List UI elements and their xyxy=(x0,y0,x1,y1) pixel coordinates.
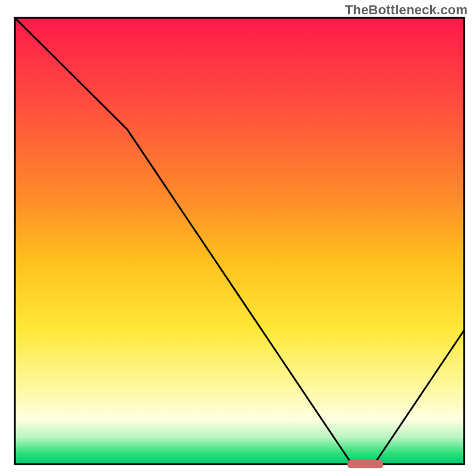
chart-svg xyxy=(0,0,476,476)
optimal-range-marker xyxy=(347,460,383,468)
chart-container: { "watermark": "TheBottleneck.com", "cha… xyxy=(0,0,476,476)
